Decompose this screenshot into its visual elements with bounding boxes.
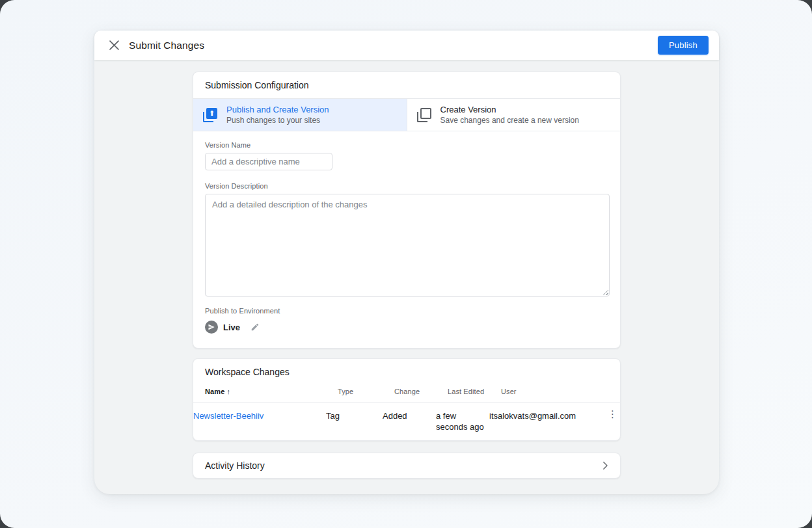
live-environment-icon [205, 321, 218, 334]
create-version-copy-icon [416, 107, 432, 123]
dialog-body: Submission Configuration ⬆ Publish and C… [94, 60, 719, 479]
version-name-input[interactable] [205, 153, 332, 170]
environment-name: Live [223, 323, 240, 332]
version-description-textarea[interactable] [205, 194, 610, 297]
workspace-table-header: Name↑ Type Change Last Edited User [193, 388, 620, 403]
edit-environment-button[interactable] [249, 321, 261, 333]
column-header-name-label: Name [205, 388, 224, 395]
column-header-user[interactable]: User [501, 388, 589, 395]
change-user-cell: itsalokvats@gmail.com [489, 410, 601, 421]
copy-icon-front-page [420, 108, 431, 119]
close-icon [109, 40, 119, 50]
vertical-dots-icon: ⋮ [608, 408, 617, 420]
option-subtitle: Save changes and create a new version [440, 116, 579, 125]
submission-options: ⬆ Publish and Create Version Push change… [193, 99, 620, 131]
version-name-label: Version Name [205, 141, 608, 149]
pencil-icon [250, 323, 260, 332]
option-subtitle: Push changes to your sites [226, 116, 329, 125]
send-glyph-icon [208, 323, 215, 331]
option-title: Create Version [440, 105, 579, 114]
publish-button[interactable]: Publish [658, 36, 709, 55]
change-name-link[interactable]: Newsletter-Beehiiv [193, 410, 326, 421]
sort-ascending-icon: ↑ [226, 388, 230, 395]
version-description-label: Version Description [205, 182, 608, 190]
submit-changes-dialog: Submit Changes Publish Submission Config… [94, 31, 719, 494]
change-change-cell: Added [383, 410, 436, 421]
submission-configuration-card: Submission Configuration ⬆ Publish and C… [193, 72, 621, 349]
option-create-version[interactable]: Create Version Save changes and create a… [407, 99, 621, 131]
dialog-header: Submit Changes Publish [94, 31, 719, 60]
activity-history-card[interactable]: Activity History [193, 453, 621, 479]
table-row: Newsletter-Beehiiv Tag Added a few secon… [193, 403, 620, 440]
workspace-changes-title: Workspace Changes [193, 359, 620, 388]
option-publish-and-create-version[interactable]: ⬆ Publish and Create Version Push change… [193, 99, 407, 131]
option-texts: Create Version Save changes and create a… [440, 105, 579, 125]
version-description-wrap [205, 194, 610, 297]
page-background: Submit Changes Publish Submission Config… [0, 0, 812, 528]
change-last-edited-cell: a few seconds ago [436, 410, 489, 432]
workspace-changes-card: Workspace Changes Name↑ Type Change Last… [193, 358, 621, 441]
column-header-last-edited[interactable]: Last Edited [448, 388, 501, 395]
change-type-cell: Tag [326, 410, 383, 421]
submission-form: Version Name Version Description Publish… [193, 131, 620, 348]
chevron-right-icon [599, 460, 611, 471]
option-title: Publish and Create Version [226, 105, 329, 114]
publish-upload-icon: ⬆ [202, 107, 218, 123]
option-texts: Publish and Create Version Push changes … [226, 105, 329, 125]
row-menu-button[interactable]: ⋮ [605, 410, 620, 419]
page-title: Submit Changes [129, 40, 204, 51]
submission-configuration-title: Submission Configuration [193, 72, 620, 99]
publish-icon-arrow: ⬆ [206, 108, 217, 119]
publish-environment-label: Publish to Environment [205, 307, 608, 315]
column-header-name[interactable]: Name↑ [205, 388, 338, 395]
column-header-change[interactable]: Change [394, 388, 448, 395]
column-header-type[interactable]: Type [338, 388, 394, 395]
close-button[interactable] [106, 38, 122, 53]
environment-row: Live [205, 321, 608, 334]
activity-history-title: Activity History [205, 460, 265, 471]
